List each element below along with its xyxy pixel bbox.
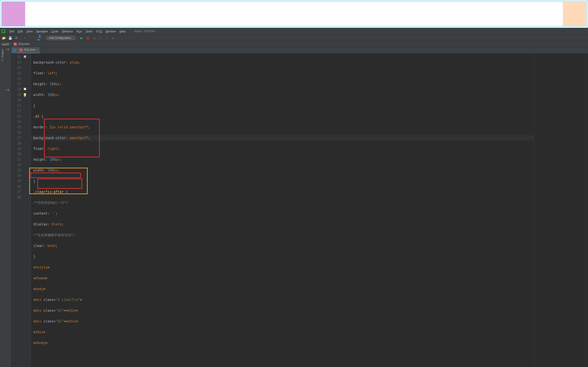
preview-box-peach — [563, 2, 586, 26]
browser-preview — [0, 0, 588, 28]
preview-box-plum — [2, 2, 25, 26]
preview-container — [1, 1, 587, 26]
